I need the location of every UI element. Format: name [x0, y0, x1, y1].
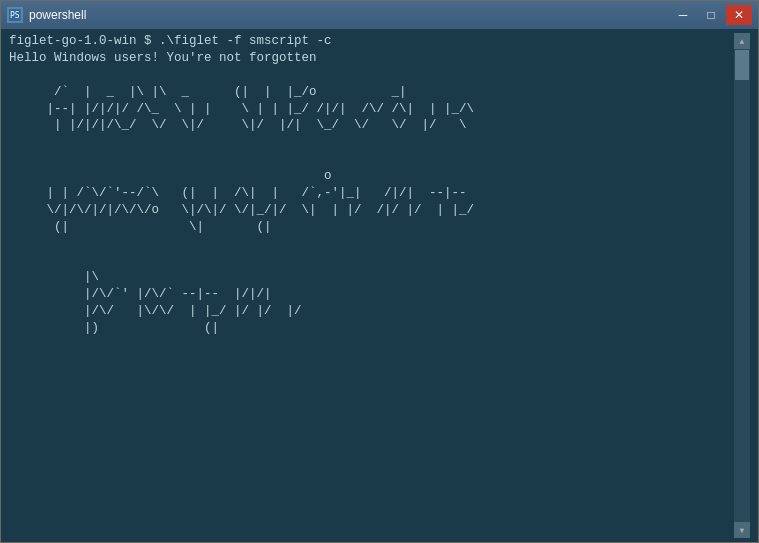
window-controls: ─ □ ✕ — [670, 5, 752, 25]
scroll-up-button[interactable]: ▲ — [734, 33, 750, 49]
scrollbar-thumb[interactable] — [735, 50, 749, 80]
scrollbar: ▲ ▼ — [734, 33, 750, 538]
terminal-output[interactable]: figlet-go-1.0-win $ .\figlet -f smscript… — [9, 33, 734, 538]
maximize-button[interactable]: □ — [698, 5, 724, 25]
app-icon: PS — [7, 7, 23, 23]
scroll-down-button[interactable]: ▼ — [734, 522, 750, 538]
terminal-area: figlet-go-1.0-win $ .\figlet -f smscript… — [1, 29, 758, 542]
close-button[interactable]: ✕ — [726, 5, 752, 25]
minimize-button[interactable]: ─ — [670, 5, 696, 25]
scrollbar-track — [734, 49, 750, 522]
window-title: powershell — [29, 8, 86, 22]
powershell-window: PS powershell ─ □ ✕ figlet-go-1.0-win $ … — [0, 0, 759, 543]
title-bar: PS powershell ─ □ ✕ — [1, 1, 758, 29]
svg-text:PS: PS — [10, 11, 20, 20]
title-bar-left: PS powershell — [7, 7, 86, 23]
